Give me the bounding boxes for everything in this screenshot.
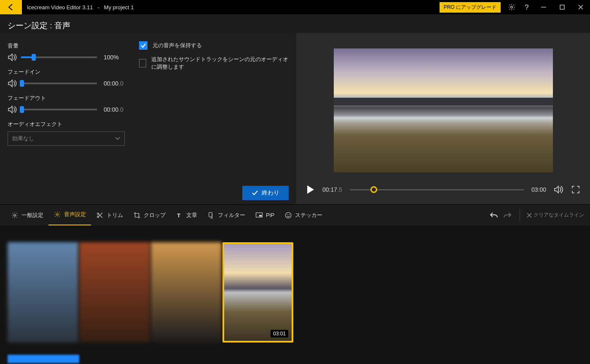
tab-audio-label: 音声設定 [64,211,86,218]
fadein-value: 00:00.0 [104,80,123,87]
adjust-soundtrack-label: 追加されたサウンドトラックをシーンの元のオーディオに調整します [151,56,289,71]
text-icon: T [176,211,183,219]
player-current-time: 00:17.5 [322,186,342,193]
tab-crop[interactable]: クロップ [128,205,171,226]
play-button[interactable] [306,185,315,194]
title-separator: - [97,4,99,11]
arrow-left-icon [7,3,15,11]
undo-button[interactable] [489,211,499,219]
keep-original-audio-label: 元の音声を保持する [153,42,202,49]
filter-icon [207,211,215,219]
play-icon [306,185,315,194]
clip-duration: 03:01 [271,330,288,337]
timeline-clip[interactable] [79,242,150,343]
tab-trim-label: トリム [107,211,123,219]
project-name: My project 1 [104,4,134,11]
audio-track-bar[interactable] [8,355,79,363]
svg-rect-11 [259,215,262,217]
help-button[interactable]: ? [519,0,534,14]
close-icon [578,5,583,10]
redo-button[interactable] [503,211,512,219]
fadeout-value: 00:00.0 [104,106,123,113]
timeline-clip[interactable] [8,242,78,343]
tab-filter[interactable]: フィルター [202,205,250,226]
section-title: シーン設定 : 音声 [8,14,582,33]
volume-label: 音量 [8,42,125,50]
check-icon [252,190,258,196]
volume-value: 100% [104,54,119,61]
help-icon: ? [523,3,530,11]
svg-text:?: ? [525,3,528,11]
svg-point-4 [14,214,16,216]
done-button-label: 終わり [262,189,279,197]
pro-upgrade-button[interactable]: PRO にアップグレード [440,2,501,13]
tab-filter-label: フィルター [218,211,245,219]
close-button[interactable] [571,0,590,14]
speaker-icon [8,105,17,114]
fadein-slider[interactable] [21,83,97,84]
svg-rect-9 [209,212,212,217]
svg-point-13 [287,214,288,215]
fadeout-label: フェードアウト [8,94,125,102]
app-name: Icecream Video Editor 3.11 [27,4,93,11]
scissors-icon [96,211,104,219]
adjust-soundtrack-checkbox[interactable] [139,59,146,67]
close-icon [527,213,532,218]
audio-effect-select[interactable]: 効果なし [8,131,125,146]
fadeout-slider[interactable] [21,109,97,110]
timeline[interactable]: 03:01 [0,225,590,364]
expand-icon [571,185,580,194]
done-button[interactable]: 終わり [242,186,289,200]
tab-text[interactable]: T 文章 [171,205,202,226]
speaker-icon [554,185,564,194]
volume-button[interactable] [554,185,564,194]
audio-settings-panel: 音量 100% フェードイン 00:00.0 [0,33,296,204]
seek-slider[interactable] [350,189,524,190]
titlebar: Icecream Video Editor 3.11 - My project … [0,0,590,14]
clear-timeline-button[interactable]: クリアなタイムライン [520,209,584,222]
tab-general[interactable]: 一般設定 [6,205,48,226]
svg-point-14 [289,214,290,215]
redo-icon [503,211,512,219]
timeline-clip-selected[interactable]: 03:01 [223,242,293,343]
gear-icon [508,3,515,11]
player-total-time: 03:00 [531,186,546,193]
crop-icon [133,211,141,219]
tab-crop-label: クロップ [144,211,166,219]
clear-timeline-label: クリアなタイムライン [534,211,584,219]
tab-pip-label: PiP [266,212,274,218]
tab-text-label: 文章 [186,211,197,219]
back-button[interactable] [0,0,22,14]
gear-icon [54,211,61,218]
player-controls: 00:17.5 03:00 [306,179,580,200]
timeline-clip[interactable] [151,242,222,343]
scene-toolbar: 一般設定 音声設定 トリム クロップ T 文章 フィルター PiP ステッカー [0,204,590,225]
maximize-icon [560,5,565,10]
svg-rect-3 [560,5,564,9]
minimize-button[interactable] [534,0,553,14]
app-title: Icecream Video Editor 3.11 - My project … [22,4,134,11]
sticker-icon [284,211,292,219]
minimize-icon [541,5,546,10]
audio-effect-value: 効果なし [12,135,34,142]
volume-slider[interactable] [21,56,97,58]
fullscreen-button[interactable] [571,185,580,194]
svg-point-5 [56,214,59,216]
check-icon [140,43,146,48]
svg-point-12 [285,212,291,218]
seek-thumb[interactable] [370,186,377,193]
tab-audio[interactable]: 音声設定 [48,205,91,226]
maximize-button[interactable] [553,0,571,14]
tab-pip[interactable]: PiP [250,205,279,226]
tab-trim[interactable]: トリム [91,205,128,226]
tab-sticker[interactable]: ステッカー [279,205,327,226]
settings-button[interactable] [504,0,519,14]
speaker-icon [8,79,17,88]
tab-general-label: 一般設定 [21,211,43,219]
preview-panel: 00:17.5 03:00 [296,33,590,204]
chevron-down-icon [115,137,120,140]
svg-text:T: T [177,212,181,218]
keep-original-audio-checkbox[interactable] [139,41,148,50]
speaker-icon [8,53,17,62]
gear-icon [11,211,19,219]
